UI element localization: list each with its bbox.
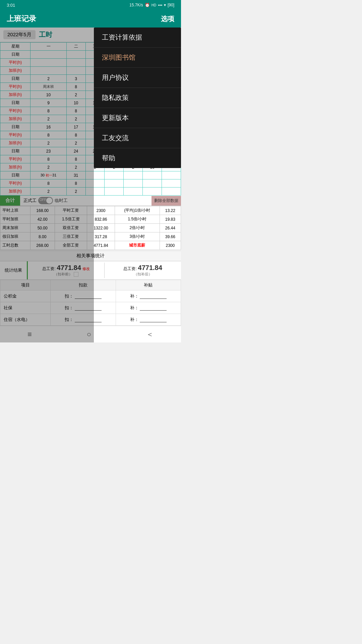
item-subsidy[interactable]: 补： [116, 290, 181, 302]
dropdown-item[interactable]: 用户协议 [94, 68, 181, 88]
status-right: 15.7K/s ⏰ HD ▪▪▪ ▾ [90] [129, 3, 174, 7]
dropdown-item[interactable]: 更新版本 [94, 108, 181, 128]
clock-icon: ⏰ [145, 3, 150, 7]
stats-post-deduct: 总工资: 4771.84 （扣补后） [105, 261, 181, 279]
network-speed: 15.7K/s [129, 3, 143, 7]
status-time: 3:01 [7, 3, 15, 8]
post-deduct-note: （扣补后） [134, 272, 152, 277]
header: 上班记录 选项 [0, 10, 181, 28]
summary-per-hour: 26.44 [160, 224, 181, 232]
status-bar: 3:01 15.7K/s ⏰ HD ▪▪▪ ▾ [90] [0, 0, 181, 10]
dropdown-item[interactable]: 隐私政策 [94, 88, 181, 108]
delete-all-button[interactable]: 删除全部数据 [152, 196, 181, 206]
dropdown-menu: 工资计算依据深圳图书馆用户协议隐私政策更新版本工友交流帮助 [94, 28, 181, 168]
summary-multiplier: 城市底薪 [115, 241, 160, 250]
dropdown-item[interactable]: 工友交流 [94, 128, 181, 148]
summary-per-hour: 39.66 [160, 232, 181, 241]
dropdown-item[interactable]: 深圳图书馆 [94, 48, 181, 68]
dropdown-item[interactable]: 工资计算依据 [94, 28, 181, 48]
summary-multiplier: (平均)1倍/小时 [115, 206, 160, 215]
summary-multiplier: 2倍/小时 [115, 224, 160, 232]
battery-icon: [90] [168, 3, 174, 7]
item-subsidy[interactable]: 补： [116, 314, 181, 326]
options-button[interactable]: 选项 [161, 14, 174, 23]
back-nav-button[interactable]: ＜ [146, 329, 154, 339]
item-subsidy[interactable]: 补： [116, 302, 181, 314]
wifi-icon: ▾ [164, 3, 166, 7]
dropdown-item[interactable]: 帮助 [94, 148, 181, 168]
dropdown-items-container: 工资计算依据深圳图书馆用户协议隐私政策更新版本工友交流帮助 [94, 28, 181, 168]
summary-per-hour: 2300 [160, 241, 181, 250]
summary-per-hour: 13.22 [160, 206, 181, 215]
summary-multiplier: 3倍/小时 [115, 232, 160, 241]
summary-per-hour: 19.83 [160, 215, 181, 224]
total-wage-post-label: 总工资: [123, 266, 136, 272]
hd-icon: HD [152, 3, 156, 7]
menu-dim-overlay[interactable] [0, 28, 94, 342]
signal-icon: ▪▪▪ [158, 3, 162, 7]
page-title: 上班记录 [7, 14, 36, 24]
total-wage-post-value: 4771.84 [138, 264, 162, 272]
summary-multiplier: 1.5倍/小时 [115, 215, 160, 224]
col-subsidy: 补贴 [116, 280, 181, 290]
